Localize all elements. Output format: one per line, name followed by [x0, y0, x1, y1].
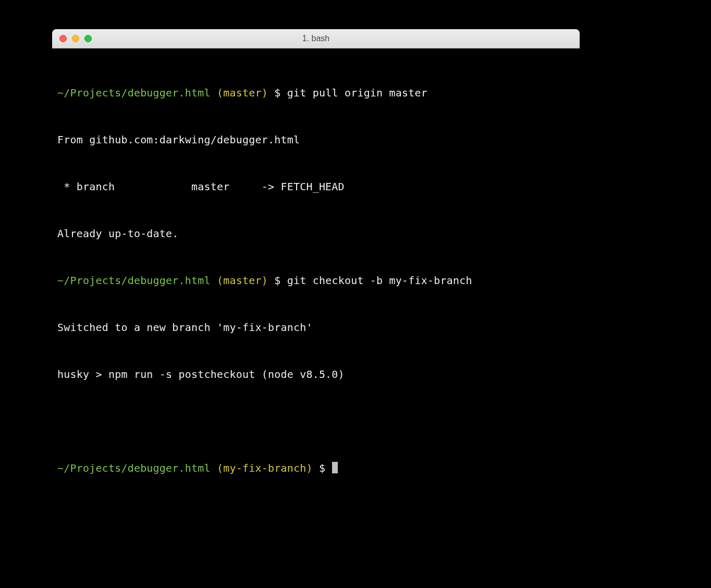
window-title: 1. bash [52, 34, 580, 43]
blank-line [57, 413, 574, 429]
minimize-icon[interactable] [72, 35, 79, 42]
git-branch: (master) [217, 274, 268, 287]
terminal-output: husky > npm run -s postcheckout (node v8… [57, 366, 574, 382]
cwd: ~/Projects/debugger.html [57, 274, 211, 287]
terminal-line: ~/Projects/debugger.html (master) $ git … [57, 85, 574, 101]
cwd: ~/Projects/debugger.html [57, 462, 211, 474]
prompt-symbol: $ [274, 87, 280, 99]
traffic-lights [52, 35, 92, 42]
command-text: git pull origin master [287, 87, 427, 99]
titlebar[interactable]: 1. bash [52, 29, 580, 48]
command-text: git checkout -b my-fix-branch [287, 274, 472, 287]
terminal-output: Already up-to-date. [57, 226, 574, 241]
close-icon[interactable] [59, 35, 67, 42]
prompt-symbol: $ [319, 462, 325, 474]
cwd: ~/Projects/debugger.html [57, 87, 211, 99]
terminal-window: 1. bash ~/Projects/debugger.html (master… [52, 29, 580, 529]
zoom-icon[interactable] [84, 35, 92, 42]
stage: 1. bash ~/Projects/debugger.html (master… [0, 0, 711, 588]
prompt-symbol: $ [274, 274, 280, 287]
terminal-line: ~/Projects/debugger.html (master) $ git … [57, 273, 574, 288]
git-branch: (my-fix-branch) [217, 462, 313, 474]
cursor-icon [332, 462, 338, 473]
git-branch: (master) [217, 87, 268, 99]
terminal-body[interactable]: ~/Projects/debugger.html (master) $ git … [52, 48, 580, 512]
terminal-output: Switched to a new branch 'my-fix-branch' [57, 320, 574, 335]
terminal-output: From github.com:darkwing/debugger.html [57, 132, 574, 148]
terminal-line: ~/Projects/debugger.html (my-fix-branch)… [57, 460, 574, 476]
terminal-output: * branch master -> FETCH_HEAD [57, 179, 574, 194]
